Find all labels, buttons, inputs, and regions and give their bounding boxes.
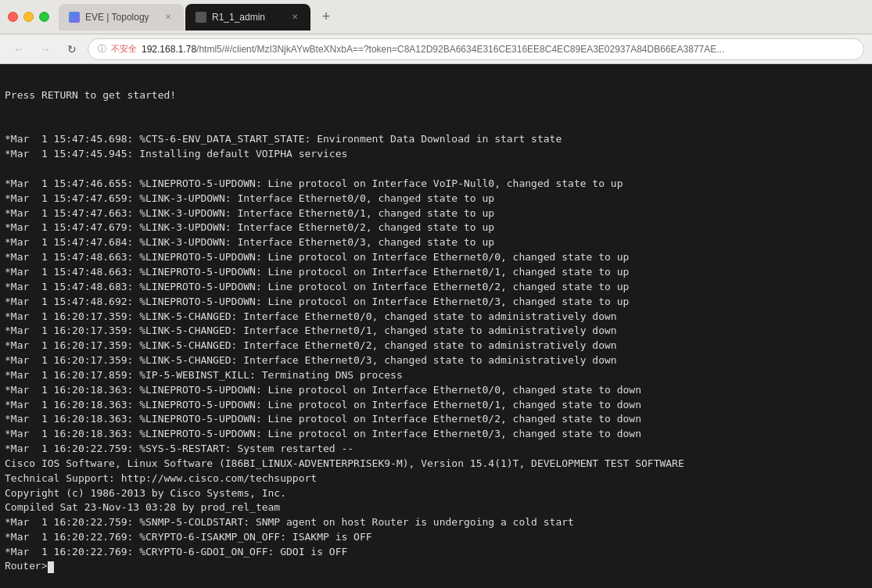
url-path: /html5/#/client/MzI3NjkAYwBteXNxbA==?tok… [196, 44, 724, 55]
security-label: 不安全 [111, 43, 137, 55]
url-text: 192.168.1.78/html5/#/client/MzI3NjkAYwBt… [142, 44, 724, 55]
window-controls [8, 12, 49, 22]
tab-eve-topology[interactable]: EVE | Topology ✕ [59, 4, 184, 30]
tab-r1-admin[interactable]: R1_1_admin ✕ [185, 4, 310, 30]
maximize-window-button[interactable] [39, 12, 49, 22]
tab-r1-close-button[interactable]: ✕ [289, 11, 301, 23]
titlebar: EVE | Topology ✕ R1_1_admin ✕ + [0, 0, 872, 34]
prompt-text: Router> [5, 560, 48, 575]
addressbar: ← → ↻ ⓘ 不安全 192.168.1.78/html5/#/client/… [0, 34, 872, 64]
terminal-cursor [48, 561, 54, 573]
forward-button[interactable]: → [34, 38, 56, 60]
tab-eve-close-button[interactable]: ✕ [162, 11, 174, 23]
tab-eve-title: EVE | Topology [85, 12, 157, 23]
address-field[interactable]: ⓘ 不安全 192.168.1.78/html5/#/client/MzI3Nj… [88, 38, 864, 60]
url-host: 192.168.1.78 [142, 44, 196, 55]
new-tab-button[interactable]: + [315, 6, 337, 28]
eve-favicon-icon [68, 11, 81, 23]
terminal-content: Press RETURN to get started! *Mar 1 15:4… [5, 74, 867, 560]
back-button[interactable]: ← [8, 38, 30, 60]
terminal-area[interactable]: Press RETURN to get started! *Mar 1 15:4… [0, 64, 872, 588]
r1-favicon-icon [195, 11, 207, 23]
reload-button[interactable]: ↻ [61, 38, 83, 60]
security-icon: ⓘ [98, 43, 106, 55]
tabs-area: EVE | Topology ✕ R1_1_admin ✕ + [59, 0, 864, 34]
close-window-button[interactable] [8, 12, 18, 22]
prompt-line: Router> [5, 560, 867, 575]
minimize-window-button[interactable] [23, 12, 34, 22]
tab-r1-title: R1_1_admin [212, 12, 284, 23]
